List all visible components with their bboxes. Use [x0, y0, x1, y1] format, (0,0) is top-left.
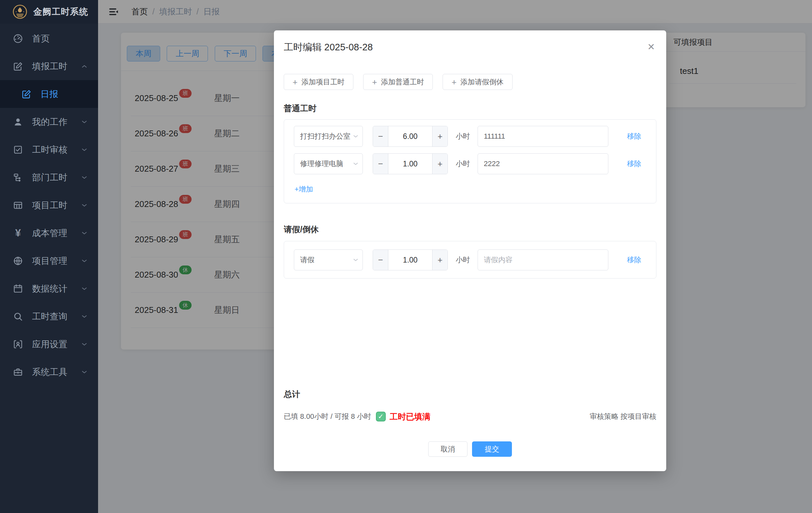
minus-icon[interactable]: −	[373, 126, 388, 146]
sidebar-item-project-mgmt[interactable]: 项目管理	[0, 247, 98, 275]
cancel-button[interactable]: 取消	[428, 441, 467, 457]
hours-stepper: − 6.00 +	[373, 126, 448, 147]
hours-value[interactable]: 1.00	[388, 154, 432, 174]
sidebar-item-home[interactable]: 首页	[0, 25, 98, 52]
add-leave-button[interactable]: + 添加请假倒休	[443, 74, 512, 90]
minus-icon[interactable]: −	[373, 154, 388, 174]
sidebar-item-label: 项目工时	[32, 199, 67, 211]
sidebar-subitem-daily-report[interactable]: 日报	[0, 80, 98, 108]
add-project-hours-button[interactable]: + 添加项目工时	[284, 74, 353, 90]
sidebar-item-label: 我的工作	[32, 116, 67, 128]
org-tree-icon	[12, 172, 24, 183]
total-section-label: 总计	[284, 389, 300, 400]
app-screen: 金阙工时系统 首页 填报工时	[0, 0, 812, 513]
app-title: 金阙工时系统	[33, 6, 88, 18]
minus-icon[interactable]: −	[373, 250, 388, 270]
normal-hours-section-label: 普通工时	[284, 103, 316, 114]
normal-hours-card: 打扫打扫办公室 − 6.00 + 小时 移除 修理修理电脑	[284, 119, 657, 203]
project-select[interactable]: 修理修理电脑	[294, 153, 363, 174]
toolbox-icon	[12, 367, 24, 378]
submit-button[interactable]: 提交	[472, 441, 512, 457]
leave-type-select[interactable]: 请假	[294, 250, 363, 270]
add-row-link[interactable]: +增加	[294, 184, 313, 194]
dialog-title: 工时编辑 2025-08-28	[284, 41, 373, 54]
chevron-down-icon	[352, 133, 359, 140]
app-logo-icon	[12, 4, 27, 19]
remove-row-link[interactable]: 移除	[627, 255, 641, 265]
sidebar-item-app-settings[interactable]: 应用设置	[0, 330, 98, 358]
sidebar-item-cost-mgmt[interactable]: ¥ 成本管理	[0, 219, 98, 247]
user-icon	[12, 116, 24, 127]
chevron-down-icon	[80, 285, 88, 293]
chevron-up-icon	[80, 62, 88, 70]
chevron-down-icon	[80, 146, 88, 154]
chevron-down-icon	[80, 229, 88, 237]
check-icon: ✓	[376, 411, 386, 422]
app-settings-icon	[12, 339, 24, 350]
table-icon	[12, 200, 24, 211]
sidebar-item-project-hours[interactable]: 项目工时	[0, 191, 98, 219]
chevron-down-icon	[80, 118, 88, 126]
plus-icon: +	[452, 78, 456, 86]
sidebar-item-my-work[interactable]: 我的工作	[0, 108, 98, 136]
search-icon	[12, 311, 24, 322]
leave-row: 请假 − 1.00 + 小时 移除	[294, 250, 641, 270]
plus-icon[interactable]: +	[432, 154, 447, 174]
sidebar-item-label: 成本管理	[32, 227, 67, 239]
sidebar-item-dept-hours[interactable]: 部门工时	[0, 164, 98, 191]
sidebar-item-label: 日报	[40, 88, 58, 100]
hours-stepper: − 1.00 +	[373, 250, 448, 270]
normal-hours-row: 修理修理电脑 − 1.00 + 小时 移除	[294, 153, 641, 174]
summary-row: 已填 8.00小时 / 可报 8 小时 ✓ 工时已填满 审核策略 按项目审核	[284, 410, 657, 423]
sidebar-item-data-stats[interactable]: 数据统计	[0, 275, 98, 303]
chevron-down-icon	[80, 201, 88, 209]
plus-icon: +	[293, 78, 297, 86]
chevron-down-icon	[80, 340, 88, 348]
hours-full-status: 工时已填满	[390, 411, 431, 422]
hours-unit-label: 小时	[456, 255, 470, 265]
dashboard-icon	[12, 33, 24, 44]
hours-value[interactable]: 6.00	[388, 126, 432, 146]
sidebar-item-hours-query[interactable]: 工时查询	[0, 303, 98, 330]
yen-icon: ¥	[12, 228, 24, 239]
chevron-down-icon	[80, 313, 88, 320]
sidebar-item-fill-hours[interactable]: 填报工时	[0, 52, 98, 80]
chevron-down-icon	[80, 257, 88, 265]
leave-note-input[interactable]	[477, 250, 608, 270]
remove-row-link[interactable]: 移除	[627, 132, 641, 141]
close-icon[interactable]: ✕	[645, 40, 658, 53]
sidebar-item-label: 首页	[32, 33, 50, 45]
edit-icon	[12, 61, 24, 72]
leave-section-label: 请假/倒休	[284, 224, 319, 235]
normal-hours-row: 打扫打扫办公室 − 6.00 + 小时 移除	[294, 126, 641, 147]
plus-icon[interactable]: +	[432, 126, 447, 146]
add-normal-hours-button[interactable]: + 添加普通工时	[363, 74, 433, 90]
sidebar-item-label: 数据统计	[32, 283, 67, 294]
hours-unit-label: 小时	[456, 132, 470, 141]
globe-icon	[12, 255, 24, 266]
calendar-icon	[12, 283, 24, 294]
app-logo-row: 金阙工时系统	[0, 0, 98, 24]
check-square-icon	[12, 144, 24, 155]
filled-hours-text: 已填 8.00小时 / 可报 8 小时	[284, 411, 371, 422]
plus-icon[interactable]: +	[432, 250, 447, 270]
sidebar-item-system-tools[interactable]: 系统工具	[0, 358, 98, 386]
sidebar-item-label: 应用设置	[32, 338, 67, 350]
sidebar-item-label: 系统工具	[32, 366, 67, 378]
hours-unit-label: 小时	[456, 159, 470, 169]
leave-card: 请假 − 1.00 + 小时 移除	[284, 241, 657, 279]
plus-icon: +	[372, 78, 377, 86]
sidebar: 金阙工时系统 首页 填报工时	[0, 0, 98, 513]
sidebar-item-label: 项目管理	[32, 255, 67, 267]
dialog-footer: 取消 提交	[274, 441, 666, 457]
sidebar-item-label: 部门工时	[32, 172, 67, 183]
sidebar-item-hours-review[interactable]: 工时审核	[0, 136, 98, 164]
project-select[interactable]: 打扫打扫办公室	[294, 126, 363, 147]
work-note-input[interactable]	[477, 153, 608, 174]
work-note-input[interactable]	[477, 126, 608, 147]
hours-value[interactable]: 1.00	[388, 250, 432, 270]
sidebar-menu: 首页 填报工时 日报 我的工作	[0, 24, 98, 386]
timesheet-edit-dialog: 工时编辑 2025-08-28 ✕ + 添加项目工时 + 添加普通工时 + 添加…	[274, 30, 666, 471]
remove-row-link[interactable]: 移除	[627, 159, 641, 169]
sidebar-item-label: 工时查询	[32, 311, 67, 322]
